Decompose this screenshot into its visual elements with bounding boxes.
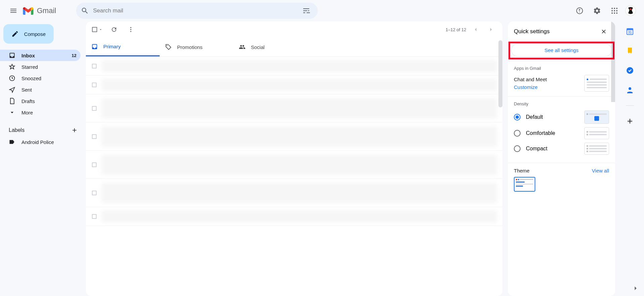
refresh-button[interactable] — [109, 24, 119, 35]
tab-promotions[interactable]: Promotions — [160, 38, 233, 56]
nav-count: 12 — [72, 53, 76, 58]
row-checkbox[interactable] — [91, 190, 98, 196]
apps-grid-button[interactable] — [608, 4, 621, 17]
svg-point-8 — [616, 12, 618, 14]
search-input[interactable] — [93, 7, 300, 14]
theme-thumbnail[interactable] — [514, 177, 535, 192]
density-compact[interactable]: Compact — [514, 143, 609, 155]
nav-inbox[interactable]: Inbox 12 — [0, 50, 80, 61]
dropdown-caret-icon — [99, 28, 103, 32]
contacts-app-icon[interactable] — [626, 86, 634, 94]
see-all-settings-button[interactable]: See all settings — [511, 44, 612, 57]
tasks-app-icon[interactable] — [626, 66, 634, 75]
message-row[interactable] — [86, 57, 502, 76]
nav-label: Snoozed — [21, 76, 76, 81]
svg-point-28 — [629, 87, 631, 90]
select-all-checkbox[interactable] — [91, 26, 103, 33]
get-addons-button[interactable] — [626, 117, 634, 125]
svg-point-13 — [130, 29, 131, 30]
svg-point-14 — [130, 31, 131, 32]
nav-drafts[interactable]: Drafts — [0, 95, 80, 107]
density-thumb — [584, 110, 609, 124]
row-checkbox[interactable] — [91, 134, 98, 140]
help-button[interactable] — [573, 4, 586, 17]
density-label: Comfortable — [526, 130, 555, 136]
calendar-app-icon[interactable]: 31 — [626, 28, 634, 36]
message-row[interactable] — [86, 94, 502, 122]
row-checkbox[interactable] — [91, 213, 98, 219]
density-section-title: Density — [514, 101, 609, 106]
tab-social[interactable]: Social — [233, 38, 307, 56]
close-settings-button[interactable] — [598, 26, 609, 37]
search-bar[interactable] — [76, 3, 318, 19]
mail-panel: 1–12 of 12 Primary Promotions Social — [86, 21, 502, 296]
svg-rect-22 — [92, 214, 96, 218]
pager-prev-button[interactable] — [470, 23, 482, 36]
star-icon — [9, 63, 15, 70]
apps-section-title: Apps in Gmail — [514, 66, 609, 71]
account-avatar[interactable] — [625, 5, 636, 16]
compose-label: Compose — [24, 31, 46, 37]
svg-point-1 — [614, 8, 615, 9]
qs-scrollbar[interactable] — [611, 21, 615, 102]
row-checkbox[interactable] — [91, 105, 98, 111]
radio-icon — [514, 130, 521, 137]
row-checkbox[interactable] — [91, 162, 98, 168]
density-thumb — [584, 127, 609, 139]
density-label: Compact — [526, 146, 547, 152]
svg-rect-26 — [629, 53, 631, 54]
message-row[interactable] — [86, 122, 502, 151]
labels-title: Labels — [9, 127, 24, 133]
svg-rect-19 — [92, 135, 96, 139]
inbox-icon — [9, 52, 15, 59]
scrollbar[interactable] — [498, 40, 502, 107]
settings-button[interactable] — [590, 4, 604, 17]
people-icon — [239, 44, 246, 50]
nav-label: Drafts — [21, 98, 76, 104]
message-row[interactable] — [86, 179, 502, 207]
density-default[interactable]: Default — [514, 110, 609, 124]
message-row[interactable] — [86, 151, 502, 179]
nav-label: Starred — [21, 64, 76, 70]
compose-button[interactable]: Compose — [3, 24, 54, 44]
theme-section-title: Theme — [514, 168, 530, 174]
svg-text:31: 31 — [628, 31, 632, 34]
row-checkbox[interactable] — [91, 82, 98, 88]
quick-settings-panel: Quick settings See all settings Apps in … — [508, 21, 615, 296]
nav-more[interactable]: More — [0, 107, 80, 118]
labels-header: Labels — [0, 127, 86, 134]
tab-primary[interactable]: Primary — [86, 38, 160, 56]
radio-icon — [514, 114, 521, 120]
label-text: Android Police — [21, 139, 76, 145]
add-label-button[interactable] — [71, 127, 78, 134]
gmail-logo-area[interactable]: Gmail — [23, 6, 56, 15]
message-row[interactable] — [86, 207, 502, 226]
density-thumb — [584, 143, 609, 155]
message-list — [86, 57, 502, 226]
nav-snoozed[interactable]: Snoozed — [0, 72, 80, 84]
pager-next-button[interactable] — [485, 23, 497, 36]
separator — [626, 105, 634, 106]
nav-sent[interactable]: Sent — [0, 84, 80, 95]
row-checkbox[interactable] — [91, 63, 98, 69]
label-item[interactable]: Android Police — [0, 136, 80, 148]
nav-label: More — [21, 110, 76, 115]
density-comfortable[interactable]: Comfortable — [514, 127, 609, 139]
chevron-down-icon — [9, 109, 15, 116]
svg-point-7 — [614, 12, 615, 14]
customize-link[interactable]: Customize — [514, 84, 547, 90]
keep-app-icon[interactable] — [626, 47, 634, 55]
nav-starred[interactable]: Starred — [0, 61, 80, 72]
more-actions-button[interactable] — [125, 24, 136, 35]
svg-point-3 — [611, 10, 613, 11]
inbox-icon — [91, 43, 98, 50]
pager-text: 1–12 of 12 — [446, 27, 466, 32]
nav-label: Sent — [21, 87, 76, 93]
search-options-button[interactable] — [300, 4, 313, 17]
gmail-logo-icon — [23, 7, 34, 15]
theme-view-all-link[interactable]: View all — [592, 168, 609, 174]
message-row[interactable] — [86, 76, 502, 94]
side-panel-collapse-button[interactable] — [632, 285, 639, 292]
app-header: Gmail — [0, 0, 644, 21]
main-menu-button[interactable] — [5, 3, 21, 19]
